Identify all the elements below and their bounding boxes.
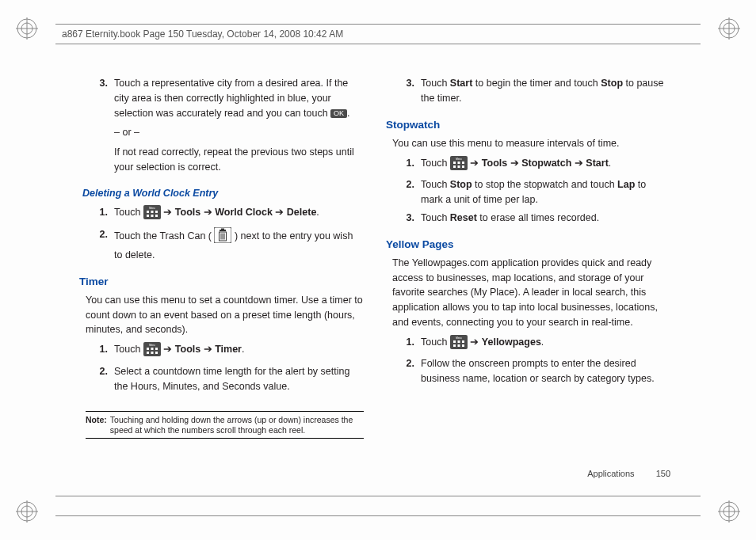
stopwatch-intro: You can use this menu to measure interva… — [392, 136, 670, 151]
header-text: a867 Eternity.book Page 150 Tuesday, Oct… — [62, 27, 343, 41]
list-item: 2. Touch Stop to stop the stopwatch and … — [392, 177, 670, 207]
step-text: Touch Start to begin the timer and touch… — [421, 76, 670, 106]
step-number: 2. — [392, 356, 421, 386]
content-area: 3. Touch a representative city from a de… — [86, 76, 670, 485]
list-item: 2. Touch the Trash Can ( ) next to the e… — [86, 227, 364, 263]
page-root: a867 Eternity.book Page 150 Tuesday, Oct… — [0, 0, 756, 540]
list-item: 1. Touch ➔ Tools ➔ Stopwatch ➔ Start. — [392, 156, 670, 175]
heading-yellow-pages: Yellow Pages — [386, 237, 670, 253]
step-text: Follow the onscreen prompts to enter the… — [421, 356, 670, 386]
menu-icon — [450, 335, 468, 354]
step-text: Touch ➔ Tools ➔ Timer. — [114, 342, 364, 361]
step-text: Touch Stop to stop the stopwatch and tou… — [421, 177, 670, 207]
step-number: 1. — [86, 342, 114, 361]
step-text: Touch ➔ Tools ➔ World Clock ➔ Delete. — [114, 205, 364, 224]
yellowpages-intro: The Yellowpages.com application provides… — [392, 256, 670, 330]
trash-icon — [214, 227, 231, 248]
page-header: a867 Eternity.book Page 150 Tuesday, Oct… — [55, 24, 701, 44]
note-label: Note: — [86, 415, 107, 435]
step-text: Select a countdown time length for the a… — [114, 364, 364, 394]
timer-intro: You can use this menu to set a countdown… — [86, 293, 364, 337]
step-number: 2. — [86, 364, 114, 394]
step-text: Touch Reset to erase all times recorded. — [421, 211, 670, 226]
step-number: 1. — [392, 156, 421, 175]
menu-icon — [450, 156, 468, 175]
step-number: 1. — [392, 335, 421, 354]
menu-icon — [143, 342, 161, 361]
note-text: Touching and holding down the arrows (up… — [110, 415, 364, 435]
crop-mark-bottom-left — [16, 500, 38, 523]
crop-mark-top-left — [16, 17, 38, 40]
right-column: 3. Touch Start to begin the timer and to… — [392, 76, 670, 485]
list-item: 3. Touch Reset to erase all times record… — [392, 211, 670, 226]
list-item: 2. Select a countdown time length for th… — [86, 364, 364, 394]
step-number: 3. — [86, 76, 114, 175]
subheading-deleting-world-clock: Deleting a World Clock Entry — [82, 186, 364, 201]
crop-mark-top-right — [718, 17, 740, 40]
list-item: 1. Touch ➔ Tools ➔ World Clock ➔ Delete. — [86, 205, 364, 224]
step-number: 3. — [392, 211, 421, 226]
menu-icon — [143, 205, 161, 224]
list-item: 3. Touch a representative city from a de… — [86, 76, 364, 175]
step-text: Touch a representative city from a desir… — [114, 76, 364, 175]
heading-timer: Timer — [79, 274, 364, 290]
page-footer-text: Applications 150 — [587, 467, 670, 481]
step-text: Touch ➔ Tools ➔ Stopwatch ➔ Start. — [421, 156, 670, 175]
step-number: 3. — [392, 76, 421, 106]
step-number: 1. — [86, 205, 114, 224]
page-footer-line — [55, 496, 701, 516]
step-number: 2. — [86, 227, 114, 263]
list-item: 2. Follow the onscreen prompts to enter … — [392, 356, 670, 386]
step-text: Touch ➔ Yellowpages. — [421, 335, 670, 354]
crop-mark-bottom-right — [718, 500, 740, 523]
list-item: 1. Touch ➔ Yellowpages. — [392, 335, 670, 354]
left-column: 3. Touch a representative city from a de… — [86, 76, 364, 485]
step-text: Touch the Trash Can ( ) next to the entr… — [114, 227, 364, 263]
footer-section: Applications — [587, 469, 634, 478]
ok-button-icon: OK — [330, 109, 347, 118]
footer-page-number: 150 — [656, 469, 670, 478]
step-number: 2. — [392, 177, 421, 207]
list-item: 3. Touch Start to begin the timer and to… — [392, 76, 670, 106]
heading-stopwatch: Stopwatch — [386, 117, 670, 133]
list-item: 1. Touch ➔ Tools ➔ Timer. — [86, 342, 364, 361]
note-block: Note: Touching and holding down the arro… — [86, 411, 364, 439]
